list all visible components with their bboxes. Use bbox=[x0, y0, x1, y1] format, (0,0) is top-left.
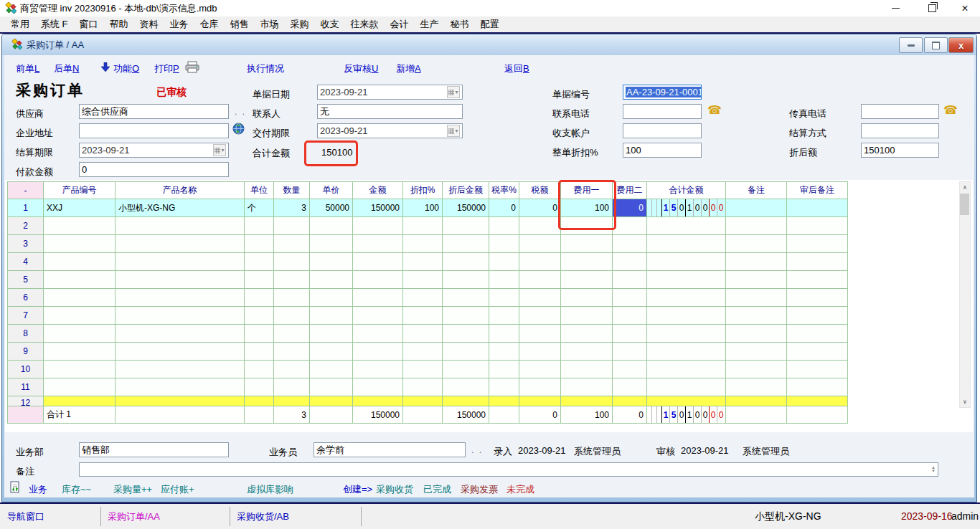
grid-cell[interactable] bbox=[647, 396, 726, 406]
delivery-deadline-input[interactable]: 2023-09-21 ▾ bbox=[317, 123, 463, 138]
grid-cell[interactable] bbox=[44, 378, 116, 396]
grid-cell[interactable] bbox=[403, 396, 443, 406]
row-number-cell[interactable]: 7 bbox=[8, 307, 44, 325]
grid-cell[interactable] bbox=[613, 253, 647, 271]
grid-cell[interactable] bbox=[245, 235, 274, 253]
menu-item[interactable]: 资料 bbox=[135, 16, 164, 32]
grid-cell[interactable] bbox=[353, 235, 403, 253]
grid-cell[interactable] bbox=[443, 361, 489, 378]
grid-cell[interactable] bbox=[274, 217, 310, 235]
grid-cell[interactable] bbox=[726, 307, 787, 325]
grid-cell[interactable] bbox=[310, 396, 353, 406]
supplier-input[interactable]: 综合供应商 bbox=[79, 104, 229, 119]
menu-item[interactable]: 仓库 bbox=[195, 16, 224, 32]
menu-item[interactable]: 帮助 bbox=[105, 16, 133, 32]
fax-input[interactable] bbox=[861, 104, 939, 119]
grid-cell[interactable] bbox=[44, 361, 116, 378]
grid-cell[interactable] bbox=[613, 235, 647, 253]
scrollbar-thumb[interactable] bbox=[960, 194, 969, 215]
footer-link[interactable]: 采购量++ bbox=[113, 483, 152, 496]
grid-cell-code[interactable]: XXJ bbox=[44, 199, 116, 217]
grid-cell[interactable] bbox=[245, 396, 274, 406]
grid-cell[interactable] bbox=[443, 271, 489, 289]
grid-cell[interactable] bbox=[561, 307, 613, 325]
grid-cell[interactable] bbox=[726, 253, 787, 271]
grid-cell[interactable] bbox=[489, 253, 519, 271]
grid-cell[interactable] bbox=[613, 271, 647, 289]
grid-cell[interactable] bbox=[787, 378, 848, 396]
calendar-dropdown-button[interactable]: ▾ bbox=[213, 144, 226, 156]
grid-cell[interactable] bbox=[245, 361, 274, 378]
grid-cell[interactable] bbox=[310, 271, 353, 289]
grid-cell[interactable] bbox=[726, 343, 787, 361]
grid-cell-amount[interactable]: 150000 bbox=[353, 199, 403, 217]
grid-cell[interactable] bbox=[647, 271, 726, 289]
grid-cell[interactable] bbox=[44, 271, 116, 289]
grid-cell[interactable] bbox=[116, 253, 245, 271]
grid-cell-post-remark[interactable] bbox=[787, 199, 848, 217]
person-browse-dots[interactable]: . . bbox=[471, 445, 483, 455]
grid-cell[interactable] bbox=[403, 253, 443, 271]
menu-item[interactable]: 常用 bbox=[6, 16, 34, 32]
grid-cell[interactable] bbox=[443, 396, 489, 406]
grid-cell[interactable] bbox=[274, 378, 310, 396]
grid-cell[interactable] bbox=[519, 343, 561, 361]
menu-item[interactable]: 往来款 bbox=[346, 16, 384, 32]
grid-cell[interactable] bbox=[116, 343, 245, 361]
grid-cell[interactable] bbox=[245, 307, 274, 325]
toolbar-link[interactable]: 后单N bbox=[54, 62, 79, 75]
grid-cell[interactable] bbox=[403, 271, 443, 289]
grid-cell[interactable] bbox=[310, 307, 353, 325]
grid-cell[interactable] bbox=[613, 307, 647, 325]
grid-cell[interactable] bbox=[647, 253, 726, 271]
grid-cell[interactable] bbox=[647, 378, 726, 396]
footer-link[interactable]: 应付账+ bbox=[161, 483, 194, 496]
grid-cell[interactable] bbox=[489, 235, 519, 253]
taskbar-item[interactable]: 采购订单/AA bbox=[100, 507, 230, 526]
grid-cell[interactable] bbox=[726, 396, 787, 406]
grid-cell[interactable] bbox=[787, 325, 848, 343]
toolbar-link[interactable]: 执行情况 bbox=[247, 62, 284, 75]
menu-item[interactable]: 配置 bbox=[476, 16, 504, 32]
grid-cell[interactable] bbox=[519, 396, 561, 406]
row-number-cell[interactable]: 8 bbox=[8, 325, 44, 343]
dept-input[interactable]: 销售部 bbox=[79, 442, 229, 457]
grid-cell[interactable] bbox=[613, 378, 647, 396]
grid-cell[interactable] bbox=[787, 217, 848, 235]
footer-link[interactable]: 已完成 bbox=[423, 483, 451, 496]
grid-cell[interactable] bbox=[274, 307, 310, 325]
grid-cell[interactable] bbox=[613, 289, 647, 307]
grid-cell-remark[interactable] bbox=[726, 199, 787, 217]
discounted-input[interactable]: 150100 bbox=[861, 143, 939, 158]
grid-cell[interactable] bbox=[353, 396, 403, 406]
menu-item[interactable]: 窗口 bbox=[75, 16, 103, 32]
grid-cell[interactable] bbox=[489, 361, 519, 378]
toolbar-link[interactable]: 打印P bbox=[154, 62, 179, 75]
footer-link[interactable]: 业务 bbox=[29, 483, 47, 496]
menu-item[interactable]: 会计 bbox=[385, 16, 414, 32]
grid-cell[interactable] bbox=[403, 217, 443, 235]
menu-item[interactable]: 销售 bbox=[225, 16, 254, 32]
row-number-cell[interactable]: 5 bbox=[8, 271, 44, 289]
grid-cell[interactable] bbox=[726, 325, 787, 343]
grid-cell[interactable] bbox=[44, 325, 116, 343]
grid-cell[interactable] bbox=[44, 307, 116, 325]
grid-cell[interactable] bbox=[353, 271, 403, 289]
grid-cell[interactable] bbox=[647, 289, 726, 307]
grid-cell-tax[interactable]: 0 bbox=[519, 199, 561, 217]
grid-cell[interactable] bbox=[613, 325, 647, 343]
grid-cell[interactable] bbox=[44, 396, 116, 406]
footer-link[interactable]: 虚拟库影响 bbox=[247, 483, 293, 496]
grid-cell[interactable] bbox=[787, 307, 848, 325]
grid-cell[interactable] bbox=[443, 343, 489, 361]
spinner-control[interactable]: ▲▼ bbox=[931, 466, 936, 473]
grid-cell[interactable] bbox=[787, 271, 848, 289]
menu-item[interactable]: 秘书 bbox=[446, 16, 474, 32]
grid-cell[interactable] bbox=[310, 378, 353, 396]
grid-cell[interactable] bbox=[310, 343, 353, 361]
menu-item[interactable]: 采购 bbox=[286, 16, 314, 32]
scroll-down-arrow[interactable]: ∨ bbox=[960, 396, 970, 407]
grid-cell[interactable] bbox=[561, 289, 613, 307]
mdi-close-button[interactable]: x bbox=[948, 37, 974, 53]
grid-cell[interactable] bbox=[613, 361, 647, 378]
